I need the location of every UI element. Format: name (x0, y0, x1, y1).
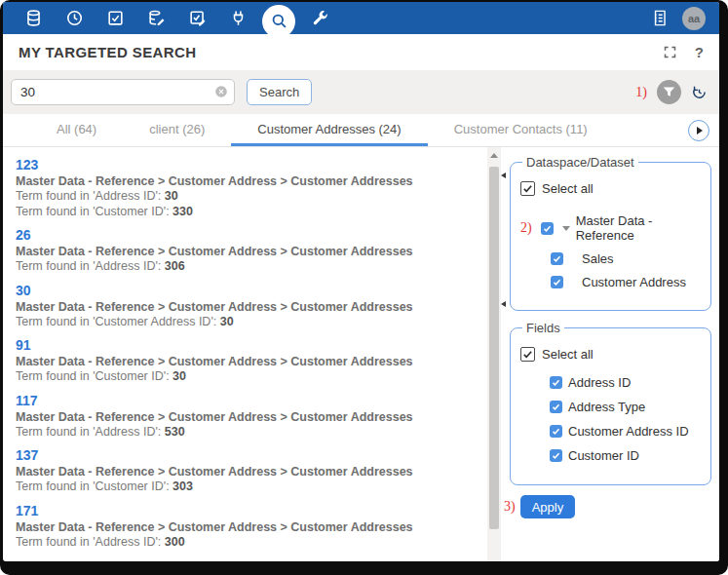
select-all-checkbox[interactable] (520, 347, 535, 362)
result-id-link[interactable]: 171 (16, 503, 481, 519)
result-item: 30 Master Data - Reference > Customer Ad… (16, 283, 481, 330)
apply-button[interactable]: Apply (520, 495, 576, 518)
select-all-checkbox[interactable] (520, 181, 535, 196)
field-checkbox[interactable] (550, 376, 562, 389)
result-id-link[interactable]: 91 (16, 337, 481, 354)
search-box (11, 79, 235, 105)
annotation-2: 2) (520, 220, 532, 236)
field-label: Address ID (568, 375, 631, 390)
field-checkbox-item[interactable]: Customer ID (550, 448, 703, 463)
result-id-link[interactable]: 117 (16, 393, 481, 409)
funnel-icon[interactable] (657, 80, 681, 104)
field-checkbox-item[interactable]: Customer Address ID (550, 424, 703, 439)
scrollbar-thumb[interactable] (489, 167, 499, 529)
user-avatar[interactable]: aa (682, 7, 706, 30)
field-label: Address Type (568, 400, 645, 414)
field-items: Address ID Address Type Customer Address… (520, 375, 703, 463)
admin-wrench-icon[interactable] (299, 2, 340, 34)
search-icon[interactable] (258, 2, 299, 34)
clear-circle-icon[interactable] (214, 85, 228, 98)
dataset-tree-item[interactable]: Customer Address (551, 275, 703, 289)
field-checkbox[interactable] (550, 425, 562, 438)
result-breadcrumb: Master Data - Reference > Customer Addre… (16, 519, 481, 535)
dataset-edit-icon[interactable] (135, 2, 176, 34)
chevron-right-icon (697, 127, 703, 134)
active-icon-halo (262, 5, 295, 38)
fields-select-all[interactable]: Select all (520, 347, 703, 362)
pane-splitter-handle[interactable] (501, 172, 506, 178)
result-item: 123 Master Data - Reference > Customer A… (16, 157, 481, 219)
result-id-link[interactable]: 137 (16, 447, 481, 464)
dataset-tree-item[interactable]: Sales (551, 251, 703, 266)
root-label: Master Data - Reference (576, 213, 703, 243)
dataset-label: Customer Address (582, 275, 686, 289)
result-term-match: Term found in 'Customer ID': 30 (16, 369, 481, 385)
result-term-match: Term found in 'Customer ID': 330 (16, 205, 481, 220)
search-bar: Search 1) (3, 70, 719, 114)
field-label: Customer Address ID (568, 424, 689, 439)
app-window: aa MY TARGETED SEARCH ? Search (3, 2, 719, 561)
field-checkbox-item[interactable]: Address ID (550, 375, 703, 390)
dataset-checkbox[interactable] (551, 276, 563, 288)
collapse-triangle-icon[interactable] (562, 226, 570, 231)
pane-splitter-handle[interactable] (501, 301, 506, 307)
search-bar-right: 1) (635, 80, 708, 104)
result-breadcrumb: Master Data - Reference > Customer Addre… (16, 464, 481, 479)
result-term-match: Term found in 'Customer Address ID': 30 (16, 315, 481, 330)
dataspace-tree-root[interactable]: 2) Master Data - Reference (520, 213, 703, 243)
workflow-tasks-icon[interactable] (176, 2, 217, 34)
result-breadcrumb: Master Data - Reference > Customer Addre… (16, 409, 481, 425)
result-id-link[interactable]: 123 (16, 157, 481, 173)
dataset-checkbox[interactable] (551, 252, 563, 265)
result-term-match: Term found in 'Address ID': 306 (16, 259, 481, 275)
fields-fieldset: Fields Select all Address ID Address Typ… (510, 321, 711, 485)
result-term-match: Term found in 'Customer ID': 303 (16, 479, 481, 495)
field-label: Customer ID (568, 448, 639, 463)
search-results-list: 123 Master Data - Reference > Customer A… (3, 147, 487, 561)
annotation-1: 1) (635, 85, 647, 100)
top-toolbar: aa (3, 2, 719, 34)
scroll-up-button[interactable] (487, 147, 501, 163)
apply-row: 3) Apply (510, 495, 711, 518)
integration-plug-icon[interactable] (217, 2, 258, 34)
field-checkbox[interactable] (550, 401, 562, 413)
next-tabs-button[interactable] (688, 120, 709, 141)
toolbar-icon-group (3, 2, 340, 34)
result-term-match: Term found in 'Address ID': 30 (16, 189, 481, 205)
select-all-label: Select all (542, 181, 594, 196)
validation-icon[interactable] (95, 2, 135, 34)
root-checkbox[interactable] (541, 222, 554, 235)
result-breadcrumb: Master Data - Reference > Customer Addre… (16, 173, 481, 189)
result-item: 117 Master Data - Reference > Customer A… (16, 393, 481, 441)
results-tab-1[interactable]: client (26) (123, 114, 231, 146)
reset-history-icon[interactable] (691, 84, 708, 100)
fullscreen-icon[interactable] (663, 45, 677, 59)
dataspace-children: Sales Customer Address (520, 251, 703, 289)
help-icon[interactable]: ? (695, 44, 704, 60)
results-scrollbar[interactable] (487, 147, 501, 561)
results-tab-0[interactable]: All (64) (30, 114, 123, 146)
dataspace-select-all[interactable]: Select all (520, 181, 703, 196)
page-title: MY TARGETED SEARCH (19, 44, 197, 60)
result-term-match: Term found in 'Address ID': 530 (16, 425, 481, 441)
search-button[interactable]: Search (247, 79, 312, 105)
search-input[interactable] (11, 79, 235, 105)
dataspaces-icon[interactable] (13, 2, 54, 34)
result-id-link[interactable]: 30 (16, 283, 481, 299)
field-checkbox-item[interactable]: Address Type (550, 400, 703, 414)
fields-legend: Fields (522, 321, 564, 335)
dataset-label: Sales (582, 251, 614, 266)
results-tab-3[interactable]: Customer Contacts (11) (428, 114, 614, 146)
field-checkbox[interactable] (550, 449, 562, 462)
result-item: 171 Master Data - Reference > Customer A… (16, 503, 481, 551)
header-actions: ? (663, 44, 704, 60)
select-all-label: Select all (542, 347, 594, 362)
dataspace-fieldset: Dataspace/Dataset Select all 2) Mast (510, 155, 711, 311)
history-clock-icon[interactable] (54, 2, 95, 34)
result-breadcrumb: Master Data - Reference > Customer Addre… (16, 354, 481, 369)
report-list-icon[interactable] (650, 2, 669, 34)
results-tab-2[interactable]: Customer Addresses (24) (231, 114, 427, 146)
filter-panel: Dataspace/Dataset Select all 2) Mast (501, 147, 719, 561)
result-breadcrumb: Master Data - Reference > Customer Addre… (16, 244, 481, 259)
result-id-link[interactable]: 26 (16, 227, 481, 244)
